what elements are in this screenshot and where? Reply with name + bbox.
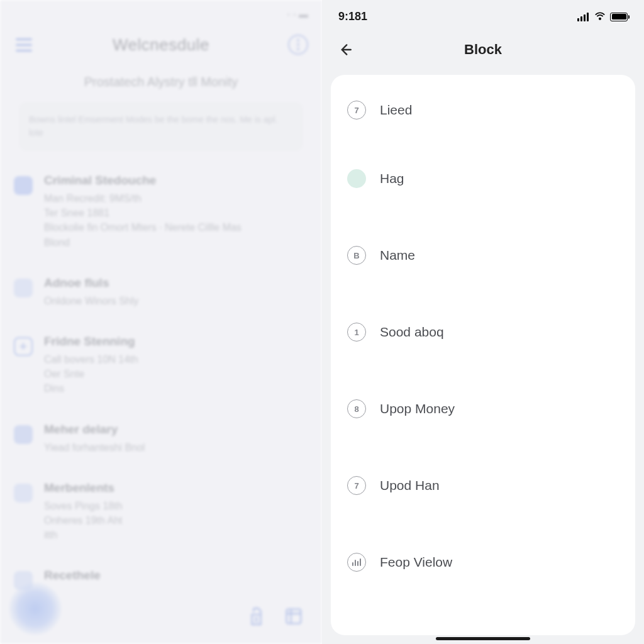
item-icon bbox=[347, 169, 366, 188]
fab-button[interactable] bbox=[9, 582, 62, 635]
feed-body: Yiead forhanteshi Bnol bbox=[44, 440, 145, 455]
tool-icon-1[interactable] bbox=[247, 606, 268, 631]
item-label: Lieed bbox=[380, 103, 412, 118]
home-indicator[interactable] bbox=[436, 637, 530, 640]
foreground-screen: 9:181 Block 7 Lieed Hag B Name 1 S bbox=[322, 0, 644, 644]
item-label: Name bbox=[380, 248, 415, 263]
list-item[interactable]: 1 Sood aboq bbox=[331, 294, 635, 370]
status-right bbox=[577, 10, 628, 23]
list-item[interactable]: 8 Upop Money bbox=[331, 370, 635, 447]
more-icon[interactable] bbox=[288, 35, 308, 55]
feed-item[interactable]: Merbenlents Soves Pings 18th Onheres 19t… bbox=[14, 471, 308, 559]
plus-icon[interactable]: + bbox=[14, 337, 33, 356]
tool-icon-2[interactable] bbox=[283, 606, 304, 631]
status-time: 9:181 bbox=[338, 10, 367, 23]
header: Block bbox=[322, 27, 644, 75]
feed-title: Fridne Stenning bbox=[44, 335, 138, 348]
item-label: Hag bbox=[380, 171, 404, 186]
list-item[interactable]: B Name bbox=[331, 217, 635, 294]
feed-icon bbox=[14, 484, 33, 502]
item-icon: 7 bbox=[347, 101, 366, 119]
item-label: Feop Vielow bbox=[380, 555, 452, 570]
feed-icon bbox=[14, 176, 33, 195]
feed-title: Meher delary bbox=[44, 423, 145, 436]
block-list: 7 Lieed Hag B Name 1 Sood aboq 8 Upop Mo… bbox=[331, 75, 635, 635]
item-label: Sood aboq bbox=[380, 325, 444, 340]
menu-icon[interactable] bbox=[14, 35, 34, 55]
feed-item[interactable]: Meher delary Yiead forhanteshi Bnol bbox=[14, 413, 308, 471]
item-label: Upod Han bbox=[380, 478, 440, 493]
item-icon: B bbox=[347, 246, 366, 265]
left-bottom-toolbar bbox=[247, 606, 304, 631]
background-screen: ◦ ◦ ▬ Welcnesdule Prostatech Alystry tll… bbox=[0, 0, 322, 644]
feed-title: Recethele bbox=[44, 569, 101, 582]
wifi-icon bbox=[594, 10, 606, 23]
feed-title: Criminal Stedouche bbox=[44, 174, 242, 187]
feed-item[interactable]: Adnoe fluls Onldone Winors Shly bbox=[14, 266, 308, 325]
left-header: Welcnesdule bbox=[0, 23, 322, 57]
left-feed: Criminal Stedouche Man Recredit: 9MS/th … bbox=[0, 164, 322, 606]
item-label: Upop Money bbox=[380, 401, 455, 416]
item-icon bbox=[347, 553, 366, 572]
feed-body: Onldone Winors Shly bbox=[44, 294, 138, 308]
left-status-bar: ◦ ◦ ▬ bbox=[0, 0, 322, 23]
item-icon: 7 bbox=[347, 476, 366, 495]
list-item[interactable]: 7 Upod Han bbox=[331, 447, 635, 524]
list-item[interactable]: Hag bbox=[331, 140, 635, 217]
feed-title: Adnoe fluls bbox=[44, 276, 138, 290]
feed-icon bbox=[14, 425, 33, 444]
feed-body: Soves Pings 18th Onheres 19th Aht itth bbox=[44, 499, 123, 543]
feed-body: Call bovers 10N 14th Oer Snte Dins bbox=[44, 352, 138, 396]
feed-title: Merbenlents bbox=[44, 481, 123, 495]
left-title: Welcnesdule bbox=[113, 35, 209, 55]
signal-icon bbox=[577, 13, 590, 21]
feed-icon bbox=[14, 279, 33, 297]
status-bar: 9:181 bbox=[322, 0, 644, 27]
list-item[interactable]: 7 Lieed bbox=[331, 80, 635, 140]
feed-item[interactable]: Criminal Stedouche Man Recredit: 9MS/th … bbox=[14, 164, 308, 266]
left-subtitle: Prostatech Alystry tll Monity bbox=[0, 75, 322, 89]
page-title: Block bbox=[333, 42, 633, 58]
feed-item[interactable]: + Fridne Stenning Call bovers 10N 14th O… bbox=[14, 325, 308, 413]
battery-icon bbox=[610, 13, 628, 21]
left-info-card: Bowns lintel Emserment Modes be the bome… bbox=[19, 102, 303, 151]
item-icon: 8 bbox=[347, 399, 366, 418]
item-icon: 1 bbox=[347, 323, 366, 341]
left-status-right: ◦ ◦ ▬ bbox=[287, 9, 308, 19]
feed-body: Man Recredit: 9MS/th Ter Snee 1881 Block… bbox=[44, 191, 242, 250]
svg-rect-0 bbox=[287, 609, 301, 624]
list-item[interactable]: Feop Vielow bbox=[331, 524, 635, 601]
